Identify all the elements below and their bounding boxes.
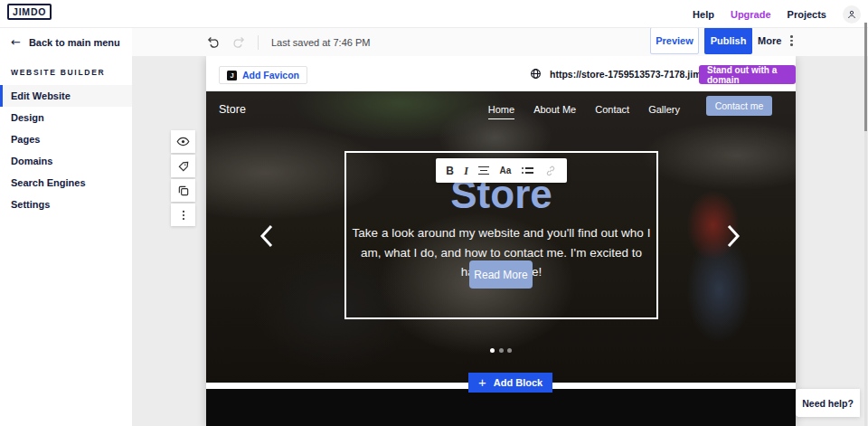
add-favicon-button[interactable]: J Add Favicon [219, 66, 307, 84]
favicon-placeholder-icon: J [227, 71, 237, 80]
carousel-dots [206, 348, 796, 353]
block-more-options-button[interactable] [171, 204, 195, 226]
sidebar-item-label: Domains [11, 156, 52, 166]
sidebar-item-label: Design [11, 112, 44, 123]
scrollbar-thumb[interactable] [864, 23, 867, 131]
help-link[interactable]: Help [693, 9, 714, 20]
site-brand[interactable]: Store [219, 103, 246, 116]
stand-out-domain-button[interactable]: Stand out with a domain [699, 65, 796, 84]
sidebar-item-label: Search Engines [11, 177, 86, 188]
site-nav-contact[interactable]: Contact [595, 104, 629, 119]
upgrade-link[interactable]: Upgrade [731, 9, 771, 20]
toolbar-divider [258, 35, 259, 50]
jimdo-website-builder: JIMDO Help Upgrade Projects Last saved a… [0, 0, 868, 426]
add-favicon-label: Add Favicon [242, 70, 299, 80]
sidebar-item-edit-website[interactable]: Edit Website [0, 85, 132, 107]
bold-button[interactable]: B [446, 166, 454, 176]
projects-link[interactable]: Projects [788, 9, 826, 20]
vertical-dots-icon [790, 35, 793, 46]
jimdo-logo[interactable]: JIMDO [7, 4, 52, 20]
account-avatar[interactable] [843, 5, 861, 24]
duplicate-icon [177, 185, 190, 197]
next-block[interactable]: About Me [206, 389, 796, 426]
history-controls: Last saved at 7:46 PM [206, 28, 370, 56]
align-center-button[interactable] [478, 166, 489, 175]
undo-icon [207, 35, 221, 49]
more-label: More [758, 35, 781, 46]
preview-button[interactable]: Preview [650, 27, 699, 54]
sidebar-item-label: Pages [11, 134, 40, 145]
carousel-dot-2[interactable] [499, 348, 504, 353]
sidebar: ← Back to main menu WEBSITE BUILDER Edit… [0, 28, 132, 426]
hero-block[interactable]: Store Home About Me Contact Gallery Cont… [206, 91, 796, 383]
sidebar-item-label: Edit Website [11, 90, 71, 101]
plus-icon: + [478, 375, 486, 389]
style-tag-icon [177, 160, 190, 173]
duplicate-block-button[interactable] [171, 179, 195, 202]
site-navigation: Home About Me Contact Gallery [488, 104, 680, 119]
list-button[interactable] [522, 167, 534, 174]
back-to-main-menu-button[interactable]: ← Back to main menu [0, 28, 132, 56]
site-nav-about-me[interactable]: About Me [533, 104, 576, 119]
eye-icon [176, 135, 190, 148]
read-more-button[interactable]: Read More [469, 260, 533, 289]
back-arrow-icon: ← [11, 36, 21, 48]
text-formatting-toolbar: B I Aa [436, 158, 567, 183]
redo-icon [231, 35, 245, 49]
website-canvas: J Add Favicon https://store-1759513573-7… [206, 56, 796, 426]
carousel-next-arrow[interactable] [725, 224, 741, 248]
contact-me-button[interactable]: Contact me [706, 96, 772, 116]
sidebar-item-domains[interactable]: Domains [0, 150, 132, 172]
sidebar-item-search-engines[interactable]: Search Engines [0, 172, 132, 194]
last-saved-status: Last saved at 7:46 PM [271, 37, 370, 48]
sidebar-item-settings[interactable]: Settings [0, 194, 132, 215]
sidebar-header: WEBSITE BUILDER [11, 68, 132, 77]
globe-icon [530, 68, 542, 80]
redo-button[interactable] [231, 35, 245, 50]
add-block-label: Add Block [494, 377, 542, 388]
vertical-dots-icon [177, 209, 190, 222]
carousel-dot-3[interactable] [507, 348, 512, 353]
need-help-button[interactable]: Need help? [796, 389, 860, 417]
carousel-dot-1[interactable] [490, 348, 495, 353]
active-indicator [0, 85, 3, 107]
more-menu-button[interactable]: More [758, 27, 793, 54]
block-style-button[interactable] [171, 155, 195, 177]
block-tools-panel [171, 130, 195, 226]
sidebar-item-label: Settings [11, 199, 50, 210]
sidebar-item-design[interactable]: Design [0, 107, 132, 128]
person-icon [846, 9, 857, 20]
carousel-prev-arrow[interactable] [259, 224, 275, 248]
undo-button[interactable] [206, 35, 221, 50]
add-block-button[interactable]: + Add Block [468, 373, 552, 393]
italic-button[interactable]: I [464, 166, 468, 176]
link-icon[interactable] [544, 165, 557, 177]
publish-button[interactable]: Publish [704, 27, 752, 54]
next-block-partial-heading: About Me [206, 421, 796, 426]
font-style-button[interactable]: Aa [500, 166, 512, 175]
site-nav-gallery[interactable]: Gallery [648, 104, 680, 119]
site-url-strip: J Add Favicon https://store-1759513573-7… [206, 56, 796, 91]
site-nav-home[interactable]: Home [488, 104, 514, 119]
top-bar: JIMDO Help Upgrade Projects [0, 0, 868, 28]
hide-block-button[interactable] [171, 130, 195, 153]
back-label: Back to main menu [29, 37, 120, 48]
sidebar-item-pages[interactable]: Pages [0, 128, 132, 150]
top-navigation: Help Upgrade Projects [693, 0, 861, 28]
